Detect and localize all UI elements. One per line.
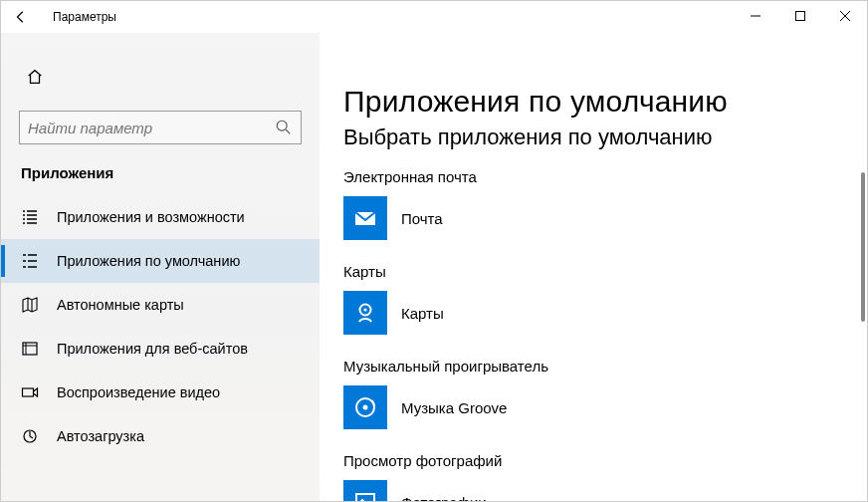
svg-rect-2	[23, 343, 37, 355]
app-label: Карты	[401, 305, 444, 322]
websites-icon	[21, 340, 39, 358]
window-controls	[733, 1, 867, 31]
category-label: Просмотр фотографий	[343, 452, 867, 469]
sidebar-item-label: Автономные карты	[57, 297, 184, 313]
sidebar-item-label: Воспроизведение видео	[57, 384, 220, 400]
svg-rect-3	[23, 388, 34, 396]
default-group-email: Электронная почта Почта	[343, 168, 867, 241]
search-input[interactable]	[28, 120, 275, 136]
page-title: Приложения по умолчанию	[343, 85, 867, 119]
svg-point-9	[363, 405, 368, 410]
minimize-button[interactable]	[733, 1, 777, 31]
home-button[interactable]	[15, 57, 55, 97]
video-icon	[21, 383, 39, 401]
startup-icon	[21, 427, 39, 445]
app-label: Почта	[401, 210, 443, 227]
scrollbar-thumb[interactable]	[861, 172, 865, 322]
default-group-music: Музыкальный проигрыватель Музыка Groove	[343, 358, 867, 430]
default-group-photos: Просмотр фотографий Фотографии	[343, 452, 867, 501]
maps-icon	[343, 291, 387, 335]
sidebar-item-video-playback[interactable]: Воспроизведение видео	[1, 371, 320, 414]
close-button[interactable]	[822, 1, 867, 31]
category-label: Музыкальный проигрыватель	[343, 358, 867, 375]
list-icon	[21, 208, 39, 226]
svg-rect-0	[795, 12, 804, 21]
page-subtitle: Выбрать приложения по умолчанию	[343, 125, 867, 150]
photos-icon	[343, 480, 387, 501]
titlebar: Параметры	[1, 1, 867, 33]
sidebar-item-default-apps[interactable]: Приложения по умолчанию	[1, 239, 320, 283]
sidebar-item-startup[interactable]: Автозагрузка	[1, 414, 320, 458]
sidebar-item-offline-maps[interactable]: Автономные карты	[1, 283, 320, 327]
main-content: Приложения по умолчанию Выбрать приложен…	[320, 33, 867, 501]
search-box[interactable]	[19, 111, 302, 144]
sidebar-item-apps-for-websites[interactable]: Приложения для веб-сайтов	[1, 327, 320, 371]
app-label: Фотографии	[401, 494, 487, 502]
default-app-email[interactable]: Почта	[343, 195, 642, 241]
default-app-music[interactable]: Музыка Groove	[343, 384, 642, 430]
svg-point-1	[277, 121, 287, 130]
mail-icon	[343, 196, 387, 240]
category-label: Карты	[343, 263, 867, 280]
default-app-photos[interactable]: Фотографии	[343, 479, 642, 501]
sidebar-item-apps-features[interactable]: Приложения и возможности	[1, 195, 320, 239]
sidebar-item-label: Приложения по умолчанию	[57, 253, 240, 269]
sidebar-section-title: Приложения	[21, 164, 320, 181]
window-title: Параметры	[53, 10, 116, 24]
maximize-button[interactable]	[777, 1, 822, 31]
sidebar-item-label: Приложения для веб-сайтов	[57, 341, 248, 357]
sidebar-item-label: Приложения и возможности	[57, 209, 245, 225]
sidebar: Приложения Приложения и возможности Прил…	[1, 33, 320, 501]
svg-rect-10	[356, 494, 374, 501]
defaults-icon	[21, 252, 39, 270]
sidebar-item-label: Автозагрузка	[57, 428, 144, 444]
default-group-maps: Карты Карты	[343, 263, 867, 336]
svg-point-7	[363, 308, 366, 311]
groove-icon	[343, 385, 387, 429]
map-icon	[21, 296, 39, 314]
back-button[interactable]	[9, 5, 33, 29]
search-icon	[275, 119, 293, 136]
app-label: Музыка Groove	[401, 399, 507, 416]
default-app-maps[interactable]: Карты	[343, 290, 642, 336]
category-label: Электронная почта	[343, 168, 867, 185]
